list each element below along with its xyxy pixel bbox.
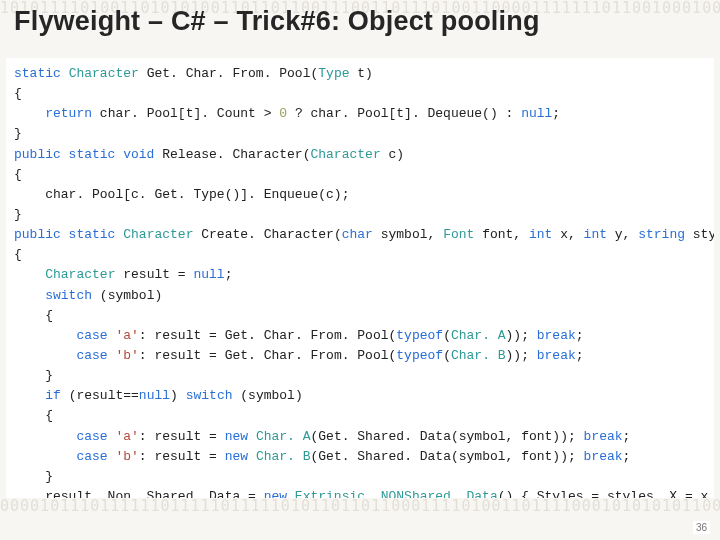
kw-null: null <box>193 267 224 282</box>
kw-break: break <box>537 348 576 363</box>
code-block: static Character Get. Char. From. Pool(T… <box>14 64 706 498</box>
kw-case: case <box>76 449 107 464</box>
str-a: 'a' <box>115 429 138 444</box>
kw-switch: switch <box>186 388 233 403</box>
type-chara: Char. A <box>256 429 311 444</box>
page-number: 36 <box>693 521 710 534</box>
kw-public-static-void: public static void <box>14 147 154 162</box>
bg-bits-bottom: 0000101110111111011111011111010110110110… <box>0 498 720 540</box>
kw-return: return <box>45 106 92 121</box>
type-character: Character <box>45 267 115 282</box>
kw-char: char <box>342 227 373 242</box>
kw-new: new <box>264 489 287 498</box>
type-chara: Char. A <box>451 328 506 343</box>
type-font: Font <box>443 227 474 242</box>
type-charb: Char. B <box>451 348 506 363</box>
str-b: 'b' <box>115 449 138 464</box>
kw-public-static: public static <box>14 227 115 242</box>
kw-string: string <box>638 227 685 242</box>
kw-break: break <box>584 449 623 464</box>
num-zero: 0 <box>279 106 287 121</box>
type-character: Character <box>69 66 139 81</box>
kw-break: break <box>584 429 623 444</box>
type-character: Character <box>123 227 193 242</box>
kw-case: case <box>76 348 107 363</box>
kw-new: new <box>225 449 248 464</box>
slide: 1010111101001101010100110110110011100110… <box>0 0 720 540</box>
str-a: 'a' <box>115 328 138 343</box>
kw-static: static <box>14 66 61 81</box>
kw-typeof: typeof <box>396 348 443 363</box>
kw-switch: switch <box>45 288 92 303</box>
type-charb: Char. B <box>256 449 311 464</box>
str-b: 'b' <box>115 348 138 363</box>
kw-break: break <box>537 328 576 343</box>
kw-int: int <box>584 227 607 242</box>
kw-null: null <box>139 388 170 403</box>
type-extrinsic: Extrinsic. NONShared. Data <box>295 489 498 498</box>
type-type: Type <box>318 66 349 81</box>
kw-typeof: typeof <box>396 328 443 343</box>
kw-if: if <box>45 388 61 403</box>
kw-new: new <box>225 429 248 444</box>
type-character: Character <box>310 147 380 162</box>
kw-case: case <box>76 328 107 343</box>
kw-case: case <box>76 429 107 444</box>
kw-int: int <box>529 227 552 242</box>
kw-null: null <box>521 106 552 121</box>
slide-title: Flyweight – C# – Trick#6: Object pooling <box>14 6 706 37</box>
code-container: static Character Get. Char. From. Pool(T… <box>6 58 714 498</box>
